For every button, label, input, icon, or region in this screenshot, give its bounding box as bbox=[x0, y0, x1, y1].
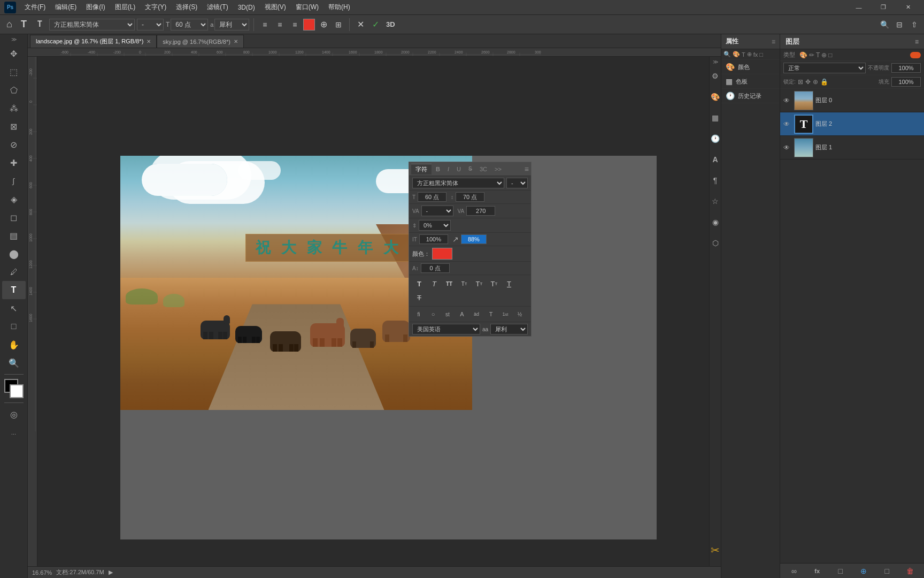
canvas-rt-circle[interactable]: ◉ bbox=[706, 212, 721, 232]
layer-group-button[interactable]: □ bbox=[881, 565, 894, 577]
props-icon-2[interactable]: T bbox=[742, 51, 745, 58]
menu-edit[interactable]: 编辑(E) bbox=[51, 2, 81, 13]
char-panel-menu-icon[interactable]: ≡ bbox=[525, 165, 529, 173]
filter-shape-icon[interactable]: ⊕ bbox=[821, 51, 827, 59]
search-icon-button[interactable]: 🔍 bbox=[878, 18, 891, 31]
ot-st[interactable]: st bbox=[441, 308, 454, 320]
close-button[interactable]: ✕ bbox=[896, 0, 920, 15]
char-tab-more[interactable]: >> bbox=[491, 165, 505, 173]
hand-tool[interactable]: ✋ bbox=[2, 336, 26, 354]
menu-text[interactable]: 文字(Y) bbox=[141, 2, 171, 13]
canvas-rt-swatches[interactable]: ▦ bbox=[706, 108, 721, 127]
eyedropper-tool[interactable]: ⊘ bbox=[2, 135, 26, 154]
layer-0-visibility[interactable]: 👁 bbox=[783, 97, 792, 104]
dodge-tool[interactable]: ⬤ bbox=[2, 245, 26, 263]
char-opacity-input[interactable] bbox=[461, 234, 487, 244]
tab-landscape-close[interactable]: ✕ bbox=[147, 39, 151, 44]
layer-fx-button[interactable]: fx bbox=[811, 565, 823, 577]
char-size-input[interactable] bbox=[418, 192, 446, 202]
layer-link-button[interactable]: ∞ bbox=[788, 565, 800, 577]
scissors-icon[interactable]: ✂ bbox=[706, 541, 721, 560]
ts-bold[interactable]: T bbox=[412, 277, 426, 290]
layer-item-1[interactable]: 👁 图层 1 bbox=[780, 136, 924, 159]
filter-pixel-icon[interactable]: 🎨 bbox=[799, 51, 807, 59]
props-section-swatches[interactable]: ▦ 色板 bbox=[721, 74, 780, 89]
ot-ad[interactable]: äd bbox=[470, 308, 483, 320]
props-section-history[interactable]: 🕐 历史记录 bbox=[721, 89, 780, 103]
restore-button[interactable]: ❐ bbox=[872, 0, 895, 15]
blend-mode-select[interactable]: 正常 bbox=[783, 63, 866, 73]
props-icon-4[interactable]: fx bbox=[753, 51, 758, 58]
canvas-rt-a[interactable]: A bbox=[706, 150, 721, 169]
char-kerning-select[interactable]: - bbox=[421, 206, 453, 216]
ts-superscript[interactable]: TT bbox=[472, 277, 486, 290]
move-tool[interactable]: ✥ bbox=[2, 44, 26, 63]
props-section-color[interactable]: 🎨 颜色 bbox=[721, 60, 780, 74]
filter-toggle[interactable] bbox=[910, 52, 921, 58]
quick-mask-tool[interactable]: ◎ bbox=[2, 405, 26, 423]
ot-half[interactable]: ½ bbox=[513, 308, 526, 320]
eraser-tool[interactable]: ◻ bbox=[2, 208, 26, 226]
healing-tool[interactable]: ✚ bbox=[2, 154, 26, 172]
menu-filter[interactable]: 滤镜(T) bbox=[203, 2, 232, 13]
background-color[interactable] bbox=[10, 384, 24, 398]
toolbar-expand[interactable]: ≫ bbox=[11, 36, 17, 42]
char-tab-underline[interactable]: U bbox=[453, 165, 464, 173]
lock-all-icon[interactable]: 🔒 bbox=[820, 78, 828, 86]
props-icon-3[interactable]: ⊕ bbox=[747, 51, 752, 58]
layer-item-2[interactable]: 👁 T 图层 2 bbox=[780, 112, 924, 136]
lasso-tool[interactable]: ⬠ bbox=[2, 81, 26, 99]
fill-input[interactable] bbox=[891, 77, 921, 87]
gradient-tool[interactable]: ▤ bbox=[2, 226, 26, 245]
font-family-select[interactable]: 方正粗黑宋简体 bbox=[49, 19, 135, 31]
more-tools[interactable]: … bbox=[2, 423, 26, 442]
path-select-tool[interactable]: ↖ bbox=[2, 299, 26, 317]
align-right-button[interactable]: ≡ bbox=[288, 18, 301, 31]
char-tab-3c[interactable]: 3C bbox=[476, 165, 490, 173]
opacity-input[interactable] bbox=[891, 63, 921, 73]
menu-file[interactable]: 文件(F) bbox=[20, 2, 50, 13]
char-font-select[interactable]: 方正粗黑宋简体 bbox=[412, 178, 504, 188]
menu-layer[interactable]: 图层(L) bbox=[111, 2, 140, 13]
layer-2-visibility[interactable]: 👁 bbox=[783, 120, 792, 128]
3d-button[interactable]: 3D bbox=[384, 18, 397, 31]
props-menu-icon[interactable]: ≡ bbox=[772, 38, 775, 45]
brush-tool[interactable]: ∫ bbox=[2, 172, 26, 190]
character-options-button[interactable]: ⊞ bbox=[332, 18, 345, 31]
status-arrow[interactable]: ▶ bbox=[109, 569, 113, 576]
layer-adjustment-button[interactable]: ⊕ bbox=[857, 565, 870, 577]
text-color-swatch[interactable] bbox=[303, 19, 315, 31]
cancel-type-button[interactable]: ✕ bbox=[354, 18, 367, 31]
layers-menu-icon[interactable]: ≡ bbox=[915, 38, 919, 45]
type-tool[interactable]: T bbox=[2, 281, 26, 299]
ot-fi[interactable]: fi bbox=[412, 308, 425, 320]
tab-sky[interactable]: sky.jpg @ 16.7%(RGB/8*) ✕ bbox=[157, 35, 244, 48]
char-color-swatch[interactable] bbox=[432, 248, 452, 260]
lock-pixels-icon[interactable]: ⊠ bbox=[798, 78, 803, 86]
filter-smart-icon[interactable]: □ bbox=[828, 51, 832, 59]
align-center-button[interactable]: ≡ bbox=[273, 18, 286, 31]
canvas-rt-para[interactable]: ¶ bbox=[706, 171, 721, 190]
canvas-rt-history[interactable]: 🕐 bbox=[706, 129, 721, 148]
ts-smallcaps[interactable]: TT bbox=[457, 277, 471, 290]
char-tab-character[interactable]: 字符 bbox=[411, 164, 432, 174]
pen-tool[interactable]: 🖊 bbox=[2, 263, 26, 281]
minimize-button[interactable]: — bbox=[847, 0, 871, 15]
lock-move-icon[interactable]: ✥ bbox=[805, 78, 811, 86]
filter-type-icon[interactable]: T bbox=[816, 51, 820, 59]
canvas-rt-properties[interactable]: ⚙ bbox=[706, 66, 721, 86]
char-tracking-input[interactable] bbox=[466, 206, 495, 216]
ts-subscript[interactable]: TT bbox=[487, 277, 501, 290]
font-size-select[interactable]: 60 点 bbox=[171, 19, 208, 31]
ot-a[interactable]: A bbox=[456, 308, 468, 320]
home-button[interactable]: ⌂ bbox=[3, 18, 16, 31]
props-icon-1[interactable]: 🎨 bbox=[733, 51, 740, 58]
crop-tool[interactable]: ⊠ bbox=[2, 117, 26, 135]
menu-3d[interactable]: 3D(D) bbox=[234, 3, 259, 12]
ts-allcaps[interactable]: TT bbox=[442, 277, 456, 290]
workspace-button[interactable]: ⊟ bbox=[893, 18, 906, 31]
share-button[interactable]: ⇧ bbox=[908, 18, 921, 31]
layer-mask-button[interactable]: □ bbox=[834, 565, 847, 577]
ts-strikethrough[interactable]: T bbox=[412, 291, 426, 304]
char-vscale-select[interactable]: 0% bbox=[419, 220, 451, 231]
